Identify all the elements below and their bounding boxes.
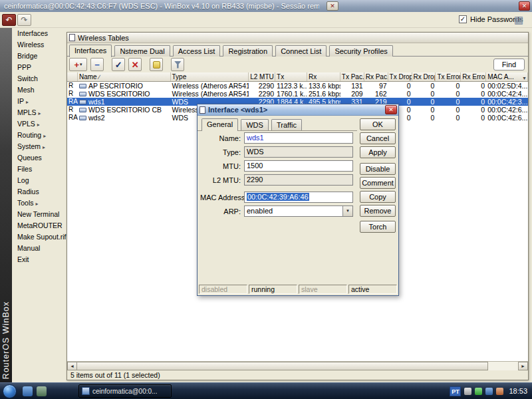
sidebar-item-radius[interactable]: Radius — [12, 186, 66, 198]
sidebar-item-tools[interactable]: Tools▸ — [12, 198, 66, 209]
arp-dropdown[interactable]: enabled ▼ — [244, 205, 353, 217]
dialog-tab-general[interactable]: General — [201, 118, 238, 131]
column-label: MAC A... — [487, 73, 513, 80]
taskbar-task-button[interactable]: ceinformatica@00:0... — [78, 384, 172, 398]
mtu-input[interactable]: 1500 — [244, 160, 353, 172]
column-selector-icon[interactable]: ▼ — [522, 74, 527, 81]
sidebar-item-log[interactable]: Log — [12, 175, 66, 186]
window-titlebar[interactable]: Wireless Tables — [67, 33, 528, 43]
dialog-tab-wds[interactable]: WDS — [241, 119, 269, 130]
tab-registration[interactable]: Registration — [223, 45, 273, 57]
column-tx-packet[interactable]: Tx Pac... — [340, 72, 364, 81]
add-button[interactable]: +▾ — [69, 58, 87, 71]
winbox-toolbar: ↶ ↷ ✓ Hide Passwords ▦ — [0, 12, 532, 28]
checkbox-checked-icon[interactable]: ✓ — [459, 15, 467, 23]
sidebar-item-bridge[interactable]: Bridge — [12, 51, 66, 62]
sidebar-item-new-terminal[interactable]: New Terminal — [12, 209, 66, 220]
sidebar-item-vpls[interactable]: VPLS▸ — [12, 118, 66, 130]
column-mac[interactable]: MAC A...▼ — [486, 72, 528, 81]
scroll-thumb[interactable] — [77, 362, 488, 370]
scroll-left-icon[interactable]: ◄ — [67, 362, 77, 370]
quicklaunch-icon[interactable] — [23, 386, 33, 396]
sidebar-item-switch[interactable]: Switch — [12, 73, 66, 84]
remote-close-button[interactable]: ✕ — [327, 1, 338, 11]
table-row[interactable]: R AP ESCRITORIO Wireless (Atheros AR5413… — [67, 82, 528, 90]
tray-icon[interactable] — [475, 388, 482, 395]
outer-close-button[interactable]: ✕ — [519, 1, 530, 11]
sidebar-item-make-supout[interactable]: Make Supout.rif — [12, 231, 66, 243]
column-tx-errors[interactable]: Tx Errors — [436, 72, 461, 81]
horizontal-scrollbar[interactable]: ◄ ► — [67, 361, 528, 370]
tray-icon[interactable] — [496, 388, 503, 395]
sidebar-item-ip[interactable]: IP▸ — [12, 96, 66, 107]
start-button[interactable] — [3, 384, 17, 398]
chevron-down-icon[interactable]: ▼ — [342, 206, 352, 216]
column-l2mtu[interactable]: L2 MTU — [249, 72, 275, 81]
sidebar-item-routing[interactable]: Routing▸ — [12, 130, 66, 141]
ok-button[interactable]: OK — [360, 118, 396, 130]
cell-rx-errors: 0 — [461, 82, 486, 90]
windows-grid-icon[interactable]: ▦ — [512, 14, 525, 25]
enable-button[interactable]: ✓ — [112, 58, 125, 71]
comment-button[interactable] — [150, 58, 163, 71]
dialog-titlebar[interactable]: Interface <wds1> ✕ — [198, 104, 398, 116]
column-name[interactable]: Name ∕ — [78, 72, 171, 81]
tray-icon[interactable] — [485, 388, 493, 395]
cell-tx-drops: 0 — [388, 82, 412, 90]
tray-icon[interactable] — [464, 388, 471, 395]
dialog-tab-traffic[interactable]: Traffic — [271, 119, 302, 130]
mac-address-input[interactable]: 00:0C:42:39:A6:46 — [244, 192, 353, 203]
tab-connect-list[interactable]: Connect List — [275, 45, 327, 57]
remove-button[interactable]: − — [90, 58, 104, 71]
quicklaunch-icon[interactable] — [37, 386, 47, 396]
tab-access-list[interactable]: Access List — [173, 45, 221, 57]
sidebar: Interfaces Wireless Bridge PPP Switch Me… — [12, 28, 66, 382]
scroll-right-icon[interactable]: ► — [518, 362, 528, 370]
sidebar-item-metarouter[interactable]: MetaROUTER — [12, 220, 66, 231]
sidebar-item-files[interactable]: Files — [12, 164, 66, 175]
sidebar-item-system[interactable]: System▸ — [12, 141, 66, 152]
tab-security-profiles[interactable]: Security Profiles — [329, 45, 392, 57]
cell-tx-errors: 0 — [436, 114, 461, 122]
sidebar-item-queues[interactable]: Queues — [12, 152, 66, 164]
torch-button[interactable]: Torch — [360, 221, 396, 233]
undo-icon[interactable]: ↶ — [2, 14, 16, 26]
tab-interfaces[interactable]: Interfaces — [69, 45, 112, 57]
remote-session-title: ceinformatica@00:0C:42:43:C6:F7 (WDS ESC… — [0, 2, 319, 10]
sidebar-item-mpls[interactable]: MPLS▸ — [12, 107, 66, 118]
dialog-close-button[interactable]: ✕ — [385, 105, 397, 114]
sidebar-item-label: Manual — [17, 244, 40, 252]
cell-tx: 1123.3 k... — [275, 82, 307, 90]
sidebar-item-interfaces[interactable]: Interfaces — [12, 28, 66, 39]
column-tx[interactable]: Tx — [275, 72, 307, 81]
cancel-button[interactable]: Cancel — [360, 132, 396, 144]
redo-icon[interactable]: ↷ — [17, 14, 31, 26]
copy-button[interactable]: Copy — [360, 191, 396, 203]
cell-rx-errors: 0 — [461, 106, 486, 114]
apply-button[interactable]: Apply — [360, 146, 396, 158]
table-row[interactable]: R WDS ESCRITORIO Wireless (Atheros AR541… — [67, 90, 528, 98]
taskbar: ceinformatica@00:0... PT 18:53 — [0, 382, 532, 399]
column-rx-drops[interactable]: Rx Drops — [412, 72, 436, 81]
sidebar-item-wireless[interactable]: Wireless — [12, 39, 66, 51]
sidebar-item-ppp[interactable]: PPP — [12, 62, 66, 73]
name-input[interactable]: wds1 — [244, 132, 353, 144]
tab-nstreme-dual[interactable]: Nstreme Dual — [114, 45, 170, 57]
column-type[interactable]: Type — [171, 72, 249, 81]
remove-button[interactable]: Remove — [360, 205, 396, 217]
column-tx-drops[interactable]: Tx Drops — [388, 72, 412, 81]
column-flags[interactable] — [67, 72, 78, 81]
scroll-track[interactable] — [488, 362, 518, 370]
sidebar-item-manual[interactable]: Manual — [12, 243, 66, 254]
sidebar-item-mesh[interactable]: Mesh — [12, 84, 66, 96]
disable-button[interactable]: Disable — [360, 163, 396, 175]
column-rx-errors[interactable]: Rx Errors — [461, 72, 486, 81]
column-rx-packet[interactable]: Rx Pac... — [364, 72, 388, 81]
filter-button[interactable] — [171, 58, 184, 71]
column-rx[interactable]: Rx — [307, 72, 340, 81]
language-indicator[interactable]: PT — [450, 386, 461, 396]
comment-button[interactable]: Comment — [360, 177, 396, 189]
disable-button[interactable]: ✕ — [128, 58, 142, 71]
sidebar-item-exit[interactable]: Exit — [12, 254, 66, 265]
find-button[interactable]: Find — [493, 59, 525, 70]
